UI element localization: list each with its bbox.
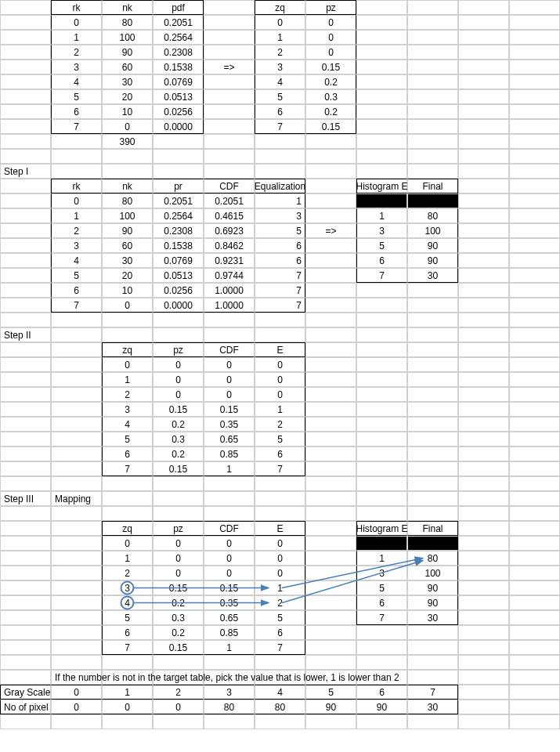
- table-cell: 0.0769: [153, 253, 204, 268]
- table-cell: 3: [51, 238, 102, 253]
- table-cell: 20: [102, 268, 153, 283]
- table-header: Final: [407, 179, 458, 193]
- table-cell: 0: [51, 193, 102, 208]
- table-cell: 1: [51, 30, 102, 45]
- table-cell: 0: [153, 372, 204, 387]
- table-cell: 80: [407, 208, 458, 223]
- table-header: Histogram E: [356, 521, 407, 536]
- table-cell: 4: [102, 595, 153, 610]
- table-cell: 0.15: [204, 402, 255, 417]
- table-cell: 4: [102, 417, 153, 432]
- table-cell: 7: [102, 461, 153, 476]
- table-cell: 0.4615: [204, 208, 255, 223]
- table-cell: 2: [51, 45, 102, 60]
- table-cell: 0.0256: [153, 283, 204, 298]
- table-cell: 0.1538: [153, 238, 204, 253]
- table-cell: 0.15: [153, 402, 204, 417]
- table-cell: 7: [255, 298, 305, 313]
- table-header: zq: [255, 0, 305, 15]
- table-cell: 0.1538: [153, 60, 204, 74]
- table-cell: 0.2: [153, 595, 204, 610]
- table-cell: 0.0769: [153, 74, 204, 89]
- arrow: =>: [305, 223, 356, 238]
- table-cell: 0.9744: [204, 268, 255, 283]
- table-cell: 100: [407, 223, 458, 238]
- table-cell: 0: [255, 387, 305, 402]
- table-cell: 1: [255, 193, 305, 208]
- black-row: [356, 193, 407, 208]
- table-cell: 0: [305, 30, 356, 45]
- table-cell: 0: [255, 15, 305, 30]
- table-cell: 6: [255, 238, 305, 253]
- table-cell: 6: [255, 625, 305, 640]
- table-cell: 0: [153, 551, 204, 566]
- table-cell: 80: [102, 15, 153, 30]
- table-cell: 5: [255, 610, 305, 625]
- table-cell: 0.0513: [153, 268, 204, 283]
- table-cell: 3: [255, 208, 305, 223]
- table-cell: 0: [102, 536, 153, 551]
- table-header: rk: [51, 179, 102, 193]
- table-cell: 7: [255, 268, 305, 283]
- table-cell: 10: [102, 283, 153, 298]
- table-cell: 90: [356, 700, 407, 714]
- table-cell: 1.0000: [204, 298, 255, 313]
- table-cell: 90: [305, 700, 356, 714]
- table-cell: 4: [255, 74, 305, 89]
- table-cell: 0: [305, 15, 356, 30]
- table-cell: 0: [204, 372, 255, 387]
- table-cell: 0.2308: [153, 223, 204, 238]
- table-cell: 3: [51, 60, 102, 74]
- table-cell: 0: [204, 387, 255, 402]
- table-cell: 0: [102, 298, 153, 313]
- table-cell: 2: [153, 685, 204, 700]
- table-cell: 0.8462: [204, 238, 255, 253]
- table-cell: 3: [204, 685, 255, 700]
- table-cell: 7: [102, 640, 153, 655]
- table-cell: 4: [255, 685, 305, 700]
- table-cell: 6: [356, 253, 407, 268]
- table-header: E: [255, 342, 305, 357]
- table-header: pz: [153, 342, 204, 357]
- row-label: Gray Scale: [0, 685, 51, 700]
- table-cell: 0.2564: [153, 30, 204, 45]
- table-cell: 90: [407, 238, 458, 253]
- table-cell: 5: [51, 268, 102, 283]
- table-cell: 80: [102, 193, 153, 208]
- table-cell: 2: [102, 566, 153, 580]
- table-cell: 20: [102, 89, 153, 104]
- table-cell: 0: [255, 372, 305, 387]
- table-cell: 90: [407, 580, 458, 595]
- table-cell: 0.65: [204, 432, 255, 446]
- table-cell: 0.2: [305, 104, 356, 119]
- table-cell: 0: [255, 357, 305, 372]
- table-cell: 4: [51, 253, 102, 268]
- table-cell: 5: [356, 580, 407, 595]
- table-cell: 80: [204, 700, 255, 714]
- table-header: CDF: [204, 521, 255, 536]
- table-cell: 1: [255, 580, 305, 595]
- table-cell: 1: [102, 551, 153, 566]
- table-header: CDF: [204, 342, 255, 357]
- table-cell: 6: [356, 685, 407, 700]
- table-cell: 1: [204, 640, 255, 655]
- note-text: If the number is not in the target table…: [51, 670, 102, 685]
- table-cell: 2: [51, 223, 102, 238]
- table-cell: 3: [356, 566, 407, 580]
- table-header: pdf: [153, 0, 204, 15]
- table-header: CDF: [204, 179, 255, 193]
- table-cell: 7: [255, 640, 305, 655]
- table-cell: 0.2564: [153, 208, 204, 223]
- table-cell: 6: [255, 446, 305, 461]
- table-cell: 5: [255, 223, 305, 238]
- table-cell: 0.2308: [153, 45, 204, 60]
- table-cell: 0.2051: [204, 193, 255, 208]
- table-cell: 2: [255, 45, 305, 60]
- table-cell: 0.0000: [153, 298, 204, 313]
- table-cell: 1: [204, 461, 255, 476]
- table-cell: 0: [153, 566, 204, 580]
- table-cell: 1: [255, 30, 305, 45]
- table-header: Final: [407, 521, 458, 536]
- table-cell: 1: [51, 208, 102, 223]
- table-header: pr: [153, 179, 204, 193]
